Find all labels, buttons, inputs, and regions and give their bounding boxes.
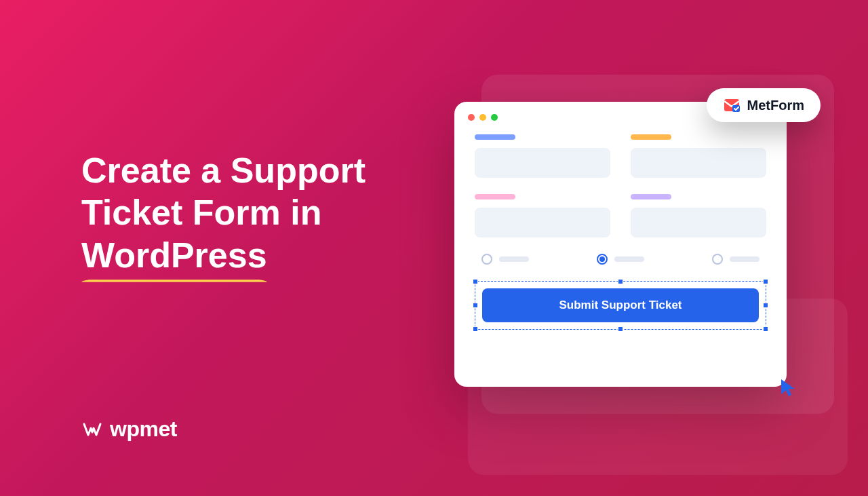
form-field-1 (475, 134, 610, 178)
selection-handle (763, 326, 768, 332)
submit-button-selected: Submit Support Ticket (475, 281, 766, 330)
headline-highlight: WordPress (81, 234, 267, 276)
text-input-placeholder (631, 148, 766, 178)
radio-icon-checked (597, 254, 608, 265)
selection-handle (473, 303, 478, 308)
metform-icon (723, 96, 741, 114)
radio-icon (712, 254, 723, 265)
brand-name: wpmet (110, 417, 177, 442)
selection-handle (763, 279, 768, 284)
wpmet-icon (81, 419, 103, 440)
product-badge: MetForm (707, 88, 821, 122)
headline: Create a Support Ticket Form in WordPres… (81, 149, 366, 276)
hero-text: Create a Support Ticket Form in WordPres… (81, 149, 366, 276)
browser-mockup: Submit Support Ticket (454, 102, 787, 387)
field-label-placeholder (631, 134, 671, 140)
selection-handle (763, 303, 768, 308)
field-label-placeholder (475, 134, 515, 140)
selection-handle (473, 326, 478, 332)
selection-handle (618, 279, 623, 284)
radio-icon (481, 254, 492, 265)
radio-label-placeholder (499, 256, 529, 262)
selection-handle (618, 326, 623, 332)
window-minimize-dot (479, 114, 486, 121)
brand-logo: wpmet (81, 417, 177, 442)
selection-handle (473, 279, 478, 284)
form-field-4 (631, 194, 766, 237)
text-input-placeholder (475, 148, 610, 178)
product-badge-label: MetForm (747, 98, 804, 113)
headline-line-2: Ticket Form in (81, 193, 321, 232)
radio-label-placeholder (614, 256, 644, 262)
headline-line-1: Create a Support (81, 151, 366, 190)
field-label-placeholder (475, 194, 515, 199)
svg-rect-1 (732, 105, 740, 112)
radio-option-3 (712, 254, 760, 265)
form-fields-grid (454, 128, 787, 237)
window-maximize-dot (491, 114, 498, 121)
window-close-dot (468, 114, 475, 121)
form-field-3 (475, 194, 610, 237)
radio-option-1 (481, 254, 529, 265)
text-input-placeholder (631, 208, 766, 237)
text-input-placeholder (475, 208, 610, 237)
cursor-icon (778, 377, 800, 398)
field-label-placeholder (631, 194, 671, 199)
form-field-2 (631, 134, 766, 178)
submit-button[interactable]: Submit Support Ticket (482, 288, 759, 322)
radio-option-2 (597, 254, 644, 265)
radio-label-placeholder (730, 256, 760, 262)
radio-group (454, 237, 787, 265)
